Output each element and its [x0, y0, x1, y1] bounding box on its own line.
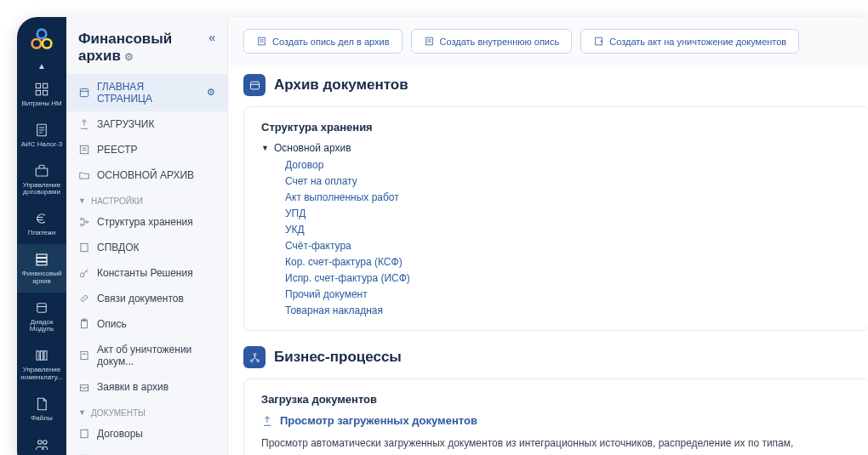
gear-icon[interactable]: ⚙ — [207, 87, 215, 98]
rail-item-5[interactable]: Диадок Модуль — [17, 293, 66, 341]
sidebar-item-spvdok[interactable]: СПВДОК — [66, 235, 227, 260]
tree-link[interactable]: УПД — [285, 208, 852, 219]
tree-root[interactable]: ▼Основной архив — [261, 142, 852, 154]
tree-link[interactable]: Испр. счет-фактура (ИСФ) — [285, 272, 852, 284]
sidebar-item-archive[interactable]: ОСНОВНОЙ АРХИВ — [66, 162, 227, 188]
svg-point-50 — [254, 353, 256, 355]
sidebar-item-inventory[interactable]: Опись — [66, 311, 227, 337]
key-icon — [78, 267, 90, 279]
sidebar-item-requests[interactable]: Заявки в архив — [66, 374, 227, 400]
svg-rect-17 — [37, 303, 47, 312]
home-icon — [78, 87, 90, 99]
tree-icon — [78, 216, 90, 228]
svg-rect-4 — [43, 83, 48, 88]
rail-item-7[interactable]: Файлы — [17, 389, 66, 429]
svg-point-0 — [37, 30, 47, 39]
doc-list-icon — [256, 36, 267, 47]
sidebar-item-invoices[interactable]: Счета на оплату — [66, 446, 227, 455]
tree-link[interactable]: Счет на оплату — [285, 175, 852, 187]
tree-link[interactable]: Акт выполненных работ — [285, 191, 852, 203]
bp-card: Загрузка документов Просмотр загруженных… — [243, 378, 868, 455]
svg-rect-15 — [37, 258, 47, 261]
svg-rect-32 — [81, 243, 88, 251]
svg-rect-14 — [37, 254, 47, 258]
svg-rect-19 — [37, 351, 39, 361]
svg-rect-16 — [37, 262, 47, 265]
create-inventory-button[interactable]: Создать опись дел в архив — [243, 29, 403, 54]
rail-item-4[interactable]: Финансовый архив — [17, 244, 66, 293]
svg-rect-21 — [44, 351, 47, 361]
triangle-down-icon: ▼ — [261, 144, 269, 152]
tree-link[interactable]: УКД — [285, 224, 852, 236]
chevron-up-icon[interactable]: ▲ — [34, 58, 49, 74]
sidebar-item-registry[interactable]: РЕЕСТР — [66, 137, 227, 162]
archive-icon — [33, 251, 50, 268]
rail-item-0[interactable]: Витрины НМ — [17, 74, 66, 115]
process-section-icon — [243, 346, 266, 368]
rail-item-2[interactable]: Управление договорами — [17, 156, 66, 204]
doc2-icon — [78, 350, 90, 361]
tree-link[interactable]: Прочий документ — [285, 288, 852, 300]
svg-rect-38 — [80, 384, 88, 390]
sidebar-item-constants[interactable]: Константы Решения — [66, 260, 227, 286]
grid-icon — [33, 81, 50, 98]
svg-point-23 — [43, 440, 48, 444]
gear-icon[interactable]: ⚙ — [124, 51, 134, 63]
doc-out-icon — [593, 36, 604, 47]
main-area: Создать опись дел в архив Создать внутре… — [228, 17, 868, 455]
rail-item-3[interactable]: Платежи — [17, 203, 66, 244]
doc-list-icon — [424, 36, 435, 47]
content: Архив документов Структура хранения ▼Осн… — [228, 65, 868, 455]
svg-rect-26 — [80, 145, 88, 153]
link-icon — [78, 293, 90, 304]
card-title: Структура хранения — [261, 121, 852, 134]
sidebar: Финансовый архив⚙ « ГЛАВНАЯ СТРАНИЦА⚙ ЗА… — [66, 17, 228, 455]
rail-item-8[interactable] — [17, 429, 66, 455]
svg-rect-5 — [36, 91, 40, 95]
list-icon — [78, 144, 90, 156]
svg-rect-48 — [250, 82, 259, 89]
sidebar-list: ГЛАВНАЯ СТРАНИЦА⚙ ЗАГРУЗЧИК РЕЕСТР ОСНОВ… — [66, 74, 227, 455]
svg-rect-36 — [81, 351, 88, 359]
svg-point-1 — [32, 39, 42, 48]
view-loaded-link[interactable]: Просмотр загруженных документов — [280, 414, 477, 427]
inbox-icon — [78, 381, 90, 393]
sidebar-section-documents[interactable]: ▼ДОКУМЕНТЫ — [66, 400, 227, 421]
doc-icon — [78, 242, 90, 253]
tree-children: Договор Счет на оплату Акт выполненных р… — [261, 159, 852, 316]
sidebar-item-structure[interactable]: Структура хранения — [66, 209, 227, 235]
tree-link[interactable]: Счёт-фактура — [285, 240, 852, 252]
doc-icon — [78, 428, 90, 440]
rail-item-6[interactable]: Управление номенклату... — [17, 340, 66, 389]
svg-rect-41 — [259, 37, 266, 45]
svg-rect-24 — [80, 88, 88, 96]
section-title: Архив документов — [274, 77, 408, 94]
svg-rect-20 — [41, 351, 43, 361]
card-title: Загрузка документов — [261, 393, 852, 406]
toolbar: Создать опись дел в архив Создать внутре… — [228, 17, 868, 65]
sidebar-section-settings[interactable]: ▼НАСТРОЙКИ — [66, 188, 227, 209]
svg-rect-11 — [36, 168, 48, 176]
svg-rect-6 — [43, 91, 48, 95]
sidebar-item-contracts[interactable]: Договоры — [66, 421, 227, 446]
tree-link[interactable]: Кор. счет-фактура (КСФ) — [285, 256, 852, 268]
rail-item-1[interactable]: АИС Налог-3 — [17, 115, 66, 156]
bp-description-1: Просмотр автоматически загруженных докум… — [261, 435, 852, 455]
folder-icon — [78, 169, 90, 181]
collapse-icon[interactable]: « — [208, 31, 215, 44]
sidebar-item-links[interactable]: Связи документов — [66, 286, 227, 311]
create-destruction-button[interactable]: Создать акт на уничтожение документов — [580, 29, 799, 54]
svg-point-29 — [80, 218, 82, 219]
upload-icon — [261, 415, 273, 427]
app-logo — [30, 27, 54, 51]
tree-link[interactable]: Товарная накладная — [285, 304, 852, 316]
section-bp-head: Бизнес-процессы — [243, 346, 868, 368]
sidebar-item-main[interactable]: ГЛАВНАЯ СТРАНИЦА⚙ — [66, 74, 227, 111]
section-title: Бизнес-процессы — [274, 349, 402, 366]
create-internal-button[interactable]: Создать внутреннюю опись — [411, 29, 573, 54]
tree-link[interactable]: Договор — [285, 159, 852, 171]
sidebar-item-destruction[interactable]: Акт об уничтожении докум... — [66, 337, 227, 374]
nav-rail: ▲ Витрины НМ АИС Налог-3 Управление дого… — [17, 17, 66, 455]
sidebar-item-loader[interactable]: ЗАГРУЗЧИК — [66, 111, 227, 137]
svg-rect-39 — [81, 429, 88, 437]
